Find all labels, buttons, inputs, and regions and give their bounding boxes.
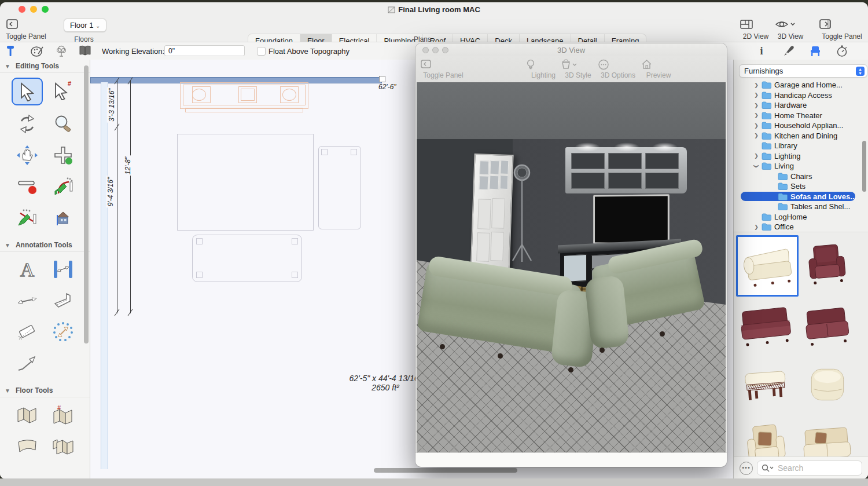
tree-item-lighting[interactable]: ❯Lighting	[734, 151, 868, 162]
3d-toggle-panel-button[interactable]: Toggle Panel	[420, 59, 466, 79]
floors-dropdown[interactable]: Floor 1 ⌄	[64, 19, 106, 32]
tree-item-office[interactable]: ❯Office	[734, 222, 868, 232]
chevron-right-icon[interactable]: ❯	[753, 123, 759, 129]
chevron-down-icon[interactable]: ❯	[753, 163, 759, 169]
house-view-tool[interactable]	[49, 205, 78, 231]
tree-item-handicap-access[interactable]: ❯Handicap Access	[734, 90, 868, 101]
3d-window-titlebar[interactable]: 3D View	[415, 43, 727, 56]
tree-item-hardware[interactable]: ❯Hardware	[734, 100, 868, 111]
text-tool[interactable]: A	[13, 257, 42, 282]
chevron-right-icon[interactable]: ❯	[753, 103, 759, 108]
thumbnail-pillow-armchair-tan[interactable]	[736, 416, 795, 458]
fence-select-tool[interactable]: #	[49, 78, 78, 103]
thumbnail-loveseat-maroon[interactable]	[797, 296, 856, 354]
thumbnail-chaise-lounge-cream[interactable]	[736, 235, 799, 297]
chevron-right-icon[interactable]: ❯	[753, 112, 759, 118]
wall-tool[interactable]	[13, 402, 42, 427]
3d-viewport[interactable]	[417, 82, 726, 453]
search-input[interactable]: Search	[757, 461, 862, 476]
3d-ceiling	[417, 82, 726, 140]
rotate-tool[interactable]	[13, 111, 42, 137]
chevron-right-icon[interactable]: ❯	[753, 153, 759, 159]
select-tool[interactable]	[12, 78, 43, 105]
tree-item-kitchen-and-dining[interactable]: ❯Kitchen and Dining	[734, 131, 868, 141]
thumbnail-pillow-loveseat-tan[interactable]	[797, 416, 856, 458]
pan-tool[interactable]	[13, 142, 42, 168]
float-topography-checkbox[interactable]	[257, 47, 266, 56]
tree-item-loghome[interactable]: LogHome	[734, 212, 868, 222]
library-tree: ❯Garage and Home...❯Handicap Access❯Hard…	[734, 80, 868, 232]
tree-item-sofas-and-loves[interactable]: Sofas and Loves...	[734, 192, 868, 202]
plan-sofa-outline[interactable]	[192, 235, 302, 282]
tree-item-chairs[interactable]: Chairs	[734, 171, 868, 182]
toggle-panel-right-icon	[819, 19, 865, 31]
thumbnail-sofa-maroon[interactable]	[736, 296, 795, 354]
library-category-dropdown[interactable]: Furnishings ▲▼	[739, 64, 867, 78]
annotation-tools-header[interactable]: ▼ Annotation Tools	[0, 239, 90, 252]
thumbnail-bench-ottoman-cream[interactable]	[736, 356, 795, 414]
circular-dimension-tool[interactable]	[49, 319, 78, 345]
tree-item-sets[interactable]: Sets	[734, 181, 868, 192]
floor-tools-header[interactable]: ▼ Floor Tools	[0, 384, 90, 397]
fillet-tool[interactable]	[49, 174, 78, 199]
wall-left[interactable]	[101, 82, 108, 469]
sidebar-scrollbar[interactable]	[84, 65, 89, 344]
angled-dimension-tool[interactable]	[49, 288, 78, 313]
3d-view-button[interactable]: 3D View	[774, 19, 807, 41]
tree-item-tables-and-shel[interactable]: Tables and Shel...	[734, 202, 868, 212]
dimension-arrow-tool[interactable]	[13, 288, 42, 313]
search-icon	[762, 464, 774, 472]
plan-loveseat-outline[interactable]	[318, 146, 361, 229]
wall-selection-handle[interactable]	[379, 76, 385, 82]
dimension-tool[interactable]	[49, 257, 78, 282]
toggle-panel-left-button[interactable]: Toggle Panel	[6, 19, 46, 41]
tree-item-home-theater[interactable]: ❯Home Theater	[734, 111, 868, 121]
lighting-button[interactable]: Lighting	[527, 59, 560, 79]
curved-wall-tool[interactable]	[13, 433, 42, 459]
thumbnail-square-ottoman-cream[interactable]	[797, 356, 856, 414]
book-icon[interactable]	[79, 45, 91, 57]
3d-style-button[interactable]: 3D Style	[560, 59, 596, 79]
3d-view-window[interactable]: 3D View Toggle Panel Lighting 3D Style	[415, 43, 727, 467]
furniture-icon[interactable]	[809, 45, 822, 57]
chevron-right-icon[interactable]: ❯	[753, 92, 759, 98]
chevron-right-icon[interactable]: ❯	[753, 133, 759, 138]
toggle-panel-icon	[420, 59, 466, 71]
info-icon[interactable]: i	[757, 45, 770, 57]
tree-item-library[interactable]: Library	[734, 141, 868, 151]
wall-group-tool[interactable]	[49, 433, 78, 459]
tree-icon[interactable]	[55, 45, 68, 57]
leader-arrow-tool[interactable]	[13, 350, 42, 376]
plan-room-outline[interactable]	[177, 134, 314, 231]
pen-icon[interactable]	[782, 45, 795, 57]
tree-item-garage-and-home[interactable]: ❯Garage and Home...	[734, 80, 868, 90]
diagonal-dimension-tool[interactable]	[13, 319, 42, 345]
paint-bucket-icon	[560, 59, 596, 71]
more-ellipsis-icon[interactable]: •••	[740, 462, 753, 475]
chevron-right-icon[interactable]: ❯	[753, 224, 759, 230]
wall-fence-tool[interactable]: #	[49, 402, 78, 427]
3d-window-bottom-bar	[415, 452, 727, 467]
remove-node-tool[interactable]	[13, 174, 42, 199]
zoom-tool[interactable]	[49, 111, 78, 137]
canvas-horizontal-scrollbar[interactable]	[374, 468, 517, 473]
toggle-panel-right-button[interactable]: Toggle Panel	[819, 19, 865, 41]
3d-options-button[interactable]: 3D Options	[598, 59, 638, 79]
working-elevation-input[interactable]	[164, 45, 245, 56]
3d-window-toolbar: Toggle Panel Lighting 3D Style 3D Option…	[415, 56, 727, 82]
thumbnail-armchair-maroon[interactable]	[797, 235, 856, 293]
hammer-icon[interactable]	[5, 45, 17, 57]
tree-item-living[interactable]: ❯Living	[734, 161, 868, 171]
chamfer-tool[interactable]	[13, 205, 42, 231]
dimension-label: 12'-8"	[123, 156, 133, 176]
add-node-tool[interactable]	[49, 142, 78, 168]
tree-scrollbar[interactable]	[862, 141, 866, 192]
2d-view-button[interactable]: 2D View	[740, 19, 772, 41]
stopwatch-icon[interactable]	[836, 45, 848, 57]
palette-icon[interactable]	[30, 45, 43, 57]
chevron-right-icon[interactable]: ❯	[753, 82, 759, 88]
editing-tools-header[interactable]: ▼ Editing Tools	[0, 60, 90, 73]
svg-text:#: #	[67, 81, 71, 87]
preview-button[interactable]: Preview	[641, 59, 676, 79]
tree-item-household-applian[interactable]: ❯Household Applian...	[734, 120, 868, 131]
